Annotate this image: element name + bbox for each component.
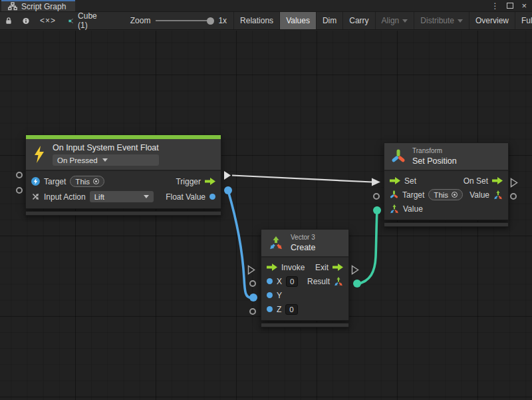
- node-title: Set Position: [412, 156, 457, 166]
- chevron-down-icon: [144, 195, 149, 198]
- wire-result-to-value[interactable]: [357, 211, 377, 284]
- relations-button[interactable]: Relations: [233, 12, 279, 29]
- object-picker-icon: [452, 192, 458, 198]
- set-label: Set: [404, 176, 416, 186]
- z-value-field[interactable]: 0: [285, 304, 297, 315]
- exit-outer-port[interactable]: [351, 265, 359, 275]
- target-this-label: This: [434, 191, 448, 199]
- value-outer-port[interactable]: [510, 193, 517, 200]
- node-title: Create: [291, 243, 316, 252]
- input-system-icon: [31, 177, 40, 186]
- transform-mini-icon: [390, 190, 398, 199]
- vector3-mini-icon: [334, 277, 343, 286]
- info-button[interactable]: [17, 12, 35, 29]
- result-outer-port[interactable]: [353, 280, 361, 288]
- graph-canvas[interactable]: On Input System Event Float On Pressed: [0, 31, 532, 400]
- node-category: Transform: [412, 147, 457, 154]
- chevron-down-icon: [102, 158, 108, 162]
- node-on-input-system-event-float[interactable]: On Input System Event Float On Pressed: [25, 134, 221, 216]
- wire-floatvalue-to-y[interactable]: [228, 191, 251, 298]
- z-row: Z 0: [261, 302, 348, 316]
- x-row: X 0 Result: [261, 274, 348, 288]
- transform-value-outer-port[interactable]: [373, 206, 381, 214]
- wire-trigger-to-set[interactable]: [232, 176, 372, 182]
- titlebar: Script Graph ⋮ ×: [0, 0, 532, 12]
- event-input-action-row: Input Action Lift Float Value: [26, 189, 221, 204]
- node-vector3-create[interactable]: Vector 3 Create Invoke Exit: [261, 229, 349, 327]
- zoom-slider-track: [156, 20, 213, 21]
- window-menu-icon[interactable]: ⋮: [491, 2, 499, 10]
- result-label: Result: [307, 277, 330, 286]
- input-action-dropdown[interactable]: Lift: [90, 191, 154, 202]
- lock-button[interactable]: [0, 12, 17, 29]
- target-label: Target: [402, 190, 424, 200]
- distribute-label: Distribute: [420, 16, 454, 25]
- node-footer: [384, 222, 509, 227]
- target-this-button[interactable]: This: [428, 189, 463, 200]
- close-icon[interactable]: ×: [521, 1, 527, 10]
- y-port[interactable]: [267, 292, 273, 298]
- dim-button[interactable]: Dim: [316, 12, 342, 29]
- code-icon: <×>: [40, 16, 56, 25]
- overview-button[interactable]: Overview: [469, 12, 515, 29]
- zoom-slider[interactable]: [156, 12, 213, 30]
- event-mode-dropdown[interactable]: On Pressed: [53, 154, 159, 166]
- tab-script-graph[interactable]: Script Graph: [1, 0, 75, 11]
- x-port[interactable]: [267, 278, 273, 284]
- vector3-icon: [268, 236, 284, 251]
- transform-target-row: Target This Value: [384, 188, 508, 202]
- y-outer-port[interactable]: [249, 294, 257, 301]
- event-bolt-icon: [33, 146, 46, 163]
- align-dropdown-button[interactable]: Align: [375, 12, 414, 29]
- float-value-label: Float Value: [166, 192, 205, 202]
- values-button[interactable]: Values: [279, 12, 316, 29]
- trigger-outer-port[interactable]: [223, 170, 231, 180]
- fullscreen-button[interactable]: Full Screen: [515, 12, 532, 29]
- value-in-label: Value: [403, 204, 423, 214]
- x-outer-port[interactable]: [249, 280, 256, 287]
- transform-icon: [391, 149, 406, 164]
- value-out-label: Value: [469, 190, 489, 200]
- on-set-outer-port[interactable]: [510, 178, 518, 188]
- invoke-label: Invoke: [281, 263, 305, 272]
- graph-node-icon: [68, 17, 74, 25]
- x-label: X: [277, 277, 282, 286]
- x-value-field[interactable]: 0: [286, 276, 298, 287]
- flow-arrow-icon: [390, 177, 400, 184]
- z-outer-port[interactable]: [249, 308, 256, 315]
- tab-label: Script Graph: [21, 2, 66, 11]
- lock-icon: [5, 16, 12, 25]
- maximize-icon[interactable]: [507, 3, 513, 9]
- y-row: Y: [261, 288, 348, 302]
- graph-name: Cube (1): [78, 11, 100, 30]
- event-action-outer-port[interactable]: [16, 187, 23, 194]
- flow-arrow-icon: [267, 264, 277, 271]
- z-label: Z: [277, 305, 281, 314]
- code-preview-button[interactable]: <×>: [35, 12, 61, 29]
- graph-breadcrumb[interactable]: Cube (1): [61, 12, 106, 29]
- chevron-down-icon: [402, 19, 408, 23]
- info-icon: [23, 17, 29, 25]
- distribute-dropdown-button[interactable]: Distribute: [414, 12, 469, 29]
- node-set-position[interactable]: Transform Set Position Set On Set: [384, 142, 509, 227]
- target-this-label: This: [75, 178, 90, 186]
- zoom-slider-handle[interactable]: [207, 17, 214, 25]
- flow-arrow-icon: [205, 178, 215, 185]
- z-port[interactable]: [267, 306, 273, 312]
- float-value-outer-port[interactable]: [224, 186, 232, 194]
- flow-arrow-icon: [332, 264, 343, 271]
- event-target-outer-port[interactable]: [16, 172, 23, 178]
- invoke-row: Invoke Exit: [261, 260, 348, 274]
- input-action-icon: [31, 192, 40, 201]
- float-value-port[interactable]: [209, 194, 215, 200]
- set-row: Set On Set: [384, 174, 508, 188]
- input-action-label: Input Action: [44, 192, 86, 202]
- invoke-outer-port[interactable]: [247, 265, 255, 275]
- transform-target-outer-port[interactable]: [373, 193, 380, 200]
- target-this-button[interactable]: This: [70, 176, 104, 187]
- carry-button[interactable]: Carry: [342, 12, 374, 29]
- toolbar-right-buttons: Relations Values Dim Carry Align Distrib…: [233, 12, 532, 29]
- node-footer: [25, 211, 221, 216]
- node-category: Vector 3: [291, 234, 316, 241]
- node-title: On Input System Event Float: [53, 143, 159, 152]
